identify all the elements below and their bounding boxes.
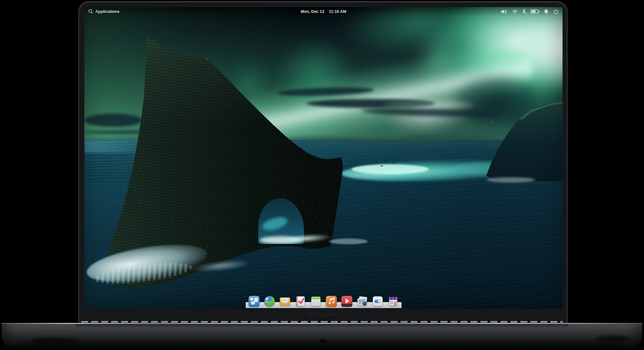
power-icon[interactable] [554, 9, 559, 14]
bluetooth-icon[interactable] [522, 9, 526, 14]
laptop-foot-right [596, 336, 631, 342]
laptop-mockup: Applications Mon, Dec 13 11:16 AM [0, 0, 644, 350]
panel-date: Mon, Dec 13 [301, 9, 324, 14]
datetime-indicator[interactable]: Mon, Dec 13 11:16 AM [301, 7, 346, 16]
system-tray [501, 7, 559, 16]
dock [249, 296, 399, 307]
cliff-waterline-foam [487, 177, 535, 182]
distant-cliff [486, 102, 563, 181]
battery-icon[interactable] [531, 9, 539, 14]
wifi-icon[interactable] [512, 9, 518, 14]
screen: Applications Mon, Dec 13 11:16 AM [84, 7, 563, 309]
foam-dashes [329, 238, 368, 244]
notifications-icon[interactable] [544, 9, 549, 14]
bird [384, 161, 386, 162]
bird [376, 162, 378, 163]
dock-icon-mail[interactable] [279, 296, 290, 307]
dock-icon-web-browser[interactable] [264, 296, 275, 307]
arch-water-glint [261, 215, 289, 233]
panel-time: 11:16 AM [329, 9, 346, 14]
volume-icon[interactable] [501, 9, 508, 15]
bird [392, 163, 394, 163]
notification-badge [547, 9, 549, 11]
dock-icon-calendar[interactable] [310, 296, 321, 307]
dock-icon-photos[interactable] [357, 296, 368, 307]
dock-icon-music[interactable] [326, 296, 337, 307]
dock-icon-appcenter[interactable] [388, 296, 399, 307]
bird [381, 166, 383, 166]
dock-icon-tasks[interactable] [295, 296, 306, 307]
laptop-base-shadow [19, 344, 625, 348]
applications-menu[interactable]: Applications [88, 7, 119, 16]
search-icon [88, 9, 93, 14]
applications-label: Applications [95, 9, 119, 14]
dock-icon-system-settings[interactable] [372, 296, 383, 307]
dock-icon-multitasking-view[interactable] [249, 296, 260, 307]
laptop-lid: Applications Mon, Dec 13 11:16 AM [78, 1, 568, 323]
device-brand-label: StarFighter [78, 311, 568, 318]
top-panel: Applications Mon, Dec 13 11:16 AM [84, 7, 563, 16]
dock-icon-videos[interactable] [341, 296, 352, 307]
desktop-wallpaper[interactable] [84, 7, 563, 309]
